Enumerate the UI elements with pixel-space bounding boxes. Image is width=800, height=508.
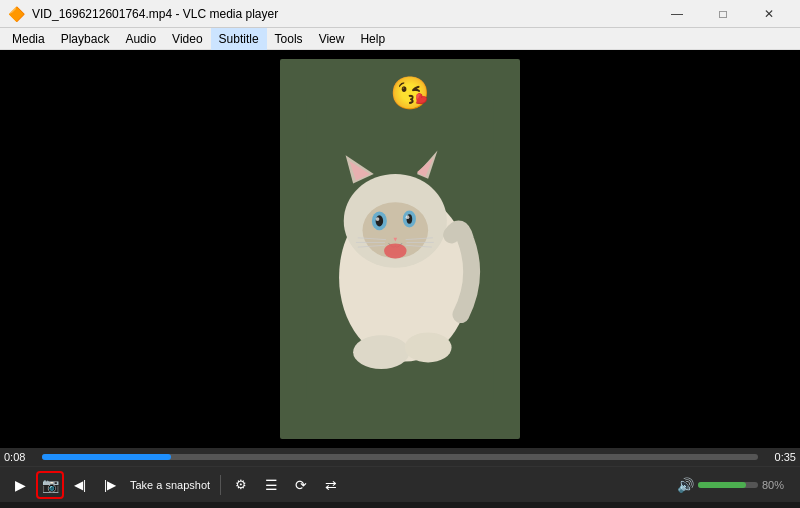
menu-bar: Media Playback Audio Video Subtitle Tool… [0, 28, 800, 50]
title-bar-left: 🔶 VID_1696212601764.mp4 - VLC media play… [8, 6, 278, 22]
menu-subtitle[interactable]: Subtitle [211, 28, 267, 50]
play-button[interactable]: ▶ [6, 471, 34, 499]
svg-point-22 [405, 332, 452, 362]
menu-video[interactable]: Video [164, 28, 210, 50]
progress-track[interactable] [42, 454, 758, 460]
close-button[interactable]: ✕ [746, 0, 792, 28]
equalizer-icon: ⚙ [235, 477, 247, 492]
menu-help[interactable]: Help [352, 28, 393, 50]
snapshot-label[interactable]: Take a snapshot [126, 479, 214, 491]
playlist-button[interactable]: ☰ [257, 471, 285, 499]
vlc-app-icon: 🔶 [8, 6, 24, 22]
loop-button[interactable]: ⟳ [287, 471, 315, 499]
loop-icon: ⟳ [295, 477, 307, 493]
menu-playback[interactable]: Playback [53, 28, 118, 50]
play-icon: ▶ [15, 477, 26, 493]
cat-visual [300, 99, 500, 399]
menu-audio[interactable]: Audio [117, 28, 164, 50]
snapshot-button[interactable]: 📷 [36, 471, 64, 499]
title-bar: 🔶 VID_1696212601764.mp4 - VLC media play… [0, 0, 800, 28]
minimize-button[interactable]: — [654, 0, 700, 28]
menu-view[interactable]: View [311, 28, 353, 50]
menu-tools[interactable]: Tools [267, 28, 311, 50]
emoji-overlay: 😘 [390, 74, 430, 112]
progress-area: 0:08 0:35 [0, 448, 800, 466]
svg-point-10 [376, 217, 380, 221]
shuffle-button[interactable]: ⇄ [317, 471, 345, 499]
volume-track[interactable] [698, 482, 758, 488]
svg-point-13 [406, 215, 410, 219]
menu-media[interactable]: Media [4, 28, 53, 50]
frame-back-button[interactable]: ◀| [66, 471, 94, 499]
shuffle-icon: ⇄ [325, 477, 337, 493]
time-total: 0:35 [764, 451, 796, 463]
video-frame: 😘 [280, 59, 520, 439]
frame-fwd-button[interactable]: |▶ [96, 471, 124, 499]
window-title: VID_1696212601764.mp4 - VLC media player [32, 7, 278, 21]
frame-back-icon: ◀| [74, 478, 86, 492]
svg-point-9 [376, 215, 384, 226]
svg-point-21 [353, 335, 409, 369]
controls-bar: ▶ 📷 ◀| |▶ Take a snapshot ⚙ ☰ ⟳ ⇄ 🔊 80% [0, 466, 800, 502]
time-current: 0:08 [4, 451, 36, 463]
window-controls: — □ ✕ [654, 0, 792, 28]
volume-icon: 🔊 [677, 477, 694, 493]
separator-1 [220, 475, 221, 495]
equalizer-button[interactable]: ⚙ [227, 471, 255, 499]
maximize-button[interactable]: □ [700, 0, 746, 28]
svg-point-23 [384, 243, 407, 258]
video-area[interactable]: 😘 [0, 50, 800, 448]
snapshot-icon: 📷 [42, 477, 59, 493]
volume-area: 🔊 80% [677, 477, 794, 493]
volume-fill [698, 482, 746, 488]
progress-fill [42, 454, 171, 460]
volume-percentage: 80% [762, 479, 794, 491]
frame-fwd-icon: |▶ [104, 478, 116, 492]
playlist-icon: ☰ [265, 478, 278, 492]
